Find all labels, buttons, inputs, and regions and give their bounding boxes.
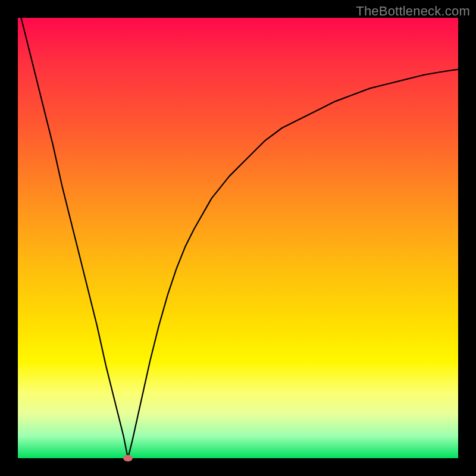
watermark-text: TheBottleneck.com xyxy=(356,4,470,19)
chart-frame: TheBottleneck.com xyxy=(0,0,476,476)
optimum-marker xyxy=(123,455,133,462)
curve-svg xyxy=(18,18,458,458)
bottleneck-curve xyxy=(18,18,458,458)
plot-area xyxy=(18,18,458,458)
